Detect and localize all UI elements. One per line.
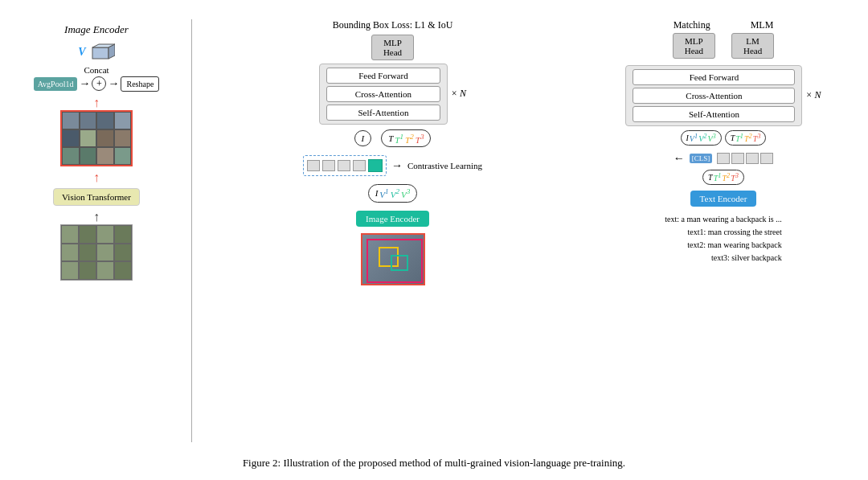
rv1-label: V1 — [690, 133, 698, 143]
image-cell2-3 — [96, 225, 114, 244]
text-info-line4: text3: silver backpack — [665, 252, 782, 265]
arrow-up-2: ↑ — [93, 209, 100, 224]
small-cube-4 — [353, 160, 366, 171]
v-concat-row: V — [78, 43, 114, 62]
mlp-head-box-right: MLP Head — [673, 33, 715, 59]
right-mlp-lm-row: MLP Head LM Head — [673, 33, 774, 62]
mlp-head-box-middle: MLP Head — [371, 35, 414, 60]
t1-sup: 1 — [399, 133, 403, 141]
i-label: I — [362, 133, 365, 143]
reshape-box: Reshape — [121, 76, 159, 92]
image-cell-11 — [96, 147, 114, 165]
v3-label: V3 — [401, 187, 410, 199]
image-cell-6 — [80, 129, 97, 147]
image-grid-top — [60, 110, 133, 166]
ri-label: I — [686, 133, 689, 142]
matching-label: Matching — [674, 19, 710, 31]
v-label: V — [78, 46, 85, 59]
arrow-down-1: ↑ — [93, 95, 100, 110]
rt1-label: T1 — [735, 133, 743, 143]
right-small-cube-3 — [746, 153, 759, 164]
contrastive-label: Contrastive Learning — [407, 161, 482, 170]
head-label: Head — [383, 47, 402, 57]
right-section: Matching MLM MLP Head LM Head Feed Forwa… — [587, 19, 860, 265]
image-cell2-11 — [96, 261, 114, 280]
bb-loss-label: Bounding Box Loss: L1 & IoU — [333, 19, 453, 31]
head-label-r: Head — [685, 46, 703, 55]
bbox-cyan — [391, 255, 408, 271]
t2-sup: 2 — [410, 133, 414, 141]
image-cell2-2 — [79, 225, 96, 244]
v-feat-box: I V1 V2 V3 — [368, 184, 418, 203]
text-feats-row: T T1 T2 T3 — [702, 170, 744, 185]
rt-label: T — [731, 133, 735, 142]
figure-caption: Figure 2: Illustration of the proposed m… — [8, 457, 860, 470]
rt3-label: T3 — [753, 133, 761, 143]
t-feats-box: T T1 T2 T3 — [381, 129, 431, 148]
mlp-label-r: MLP — [685, 36, 703, 46]
feed-forward-right: Feed Forward — [633, 69, 795, 85]
main-container: Image Encoder V Concat AvgPool1d → + → R… — [8, 11, 860, 470]
rtt2-label: T2 — [722, 172, 730, 183]
concat-label: Concat — [84, 65, 108, 75]
left-section: Image Encoder V Concat AvgPool1d → + → R… — [8, 19, 185, 281]
svg-rect-0 — [92, 47, 108, 59]
v1-label: V1 — [379, 187, 388, 199]
image-cell-3 — [96, 112, 114, 129]
rtt3-label: T3 — [731, 172, 739, 183]
self-attention-right: Self-Attention — [633, 106, 795, 122]
iv-label: I — [375, 188, 379, 198]
text-info-line1: text: a man wearing a backpack is ... — [665, 213, 782, 226]
rt2-label: T2 — [744, 133, 752, 143]
mlm-label: MLM — [751, 19, 774, 31]
v3-sup: 3 — [407, 187, 411, 195]
cross-attention-right: Cross-Attention — [633, 88, 795, 104]
image-cell2-4 — [114, 225, 132, 244]
encoder-row-right: Feed Forward Cross-Attention Self-Attent… — [625, 65, 821, 126]
x-n-middle: × N — [451, 88, 466, 100]
x-n-right: × N — [805, 89, 821, 101]
image-grid-bottom — [60, 224, 133, 281]
encoder-row-middle: Feed Forward Cross-Attention Self-Attent… — [319, 64, 466, 125]
image-cell2-5 — [61, 244, 79, 262]
contrastive-row: → Contrastive Learning — [303, 155, 482, 176]
t1-label: T1 — [395, 133, 403, 145]
image-cell2-6 — [79, 244, 96, 262]
image-cell-4 — [114, 112, 132, 129]
bottom-image — [361, 233, 425, 285]
t3-label: T3 — [416, 133, 424, 145]
head-label-lm: Head — [743, 46, 762, 55]
right-small-cube-2 — [731, 153, 744, 164]
image-cell2-7 — [96, 244, 114, 262]
arrow-up-1: ↑ — [93, 170, 100, 185]
text-encoder-box: Text Encoder — [690, 191, 757, 207]
rv3-label: V3 — [707, 133, 715, 143]
right-feat-box-t: T T1 T2 T3 — [725, 130, 767, 146]
right-top-labels: Matching MLM — [674, 19, 774, 31]
right-feat-box-v: I V1 V2 V3 — [681, 130, 722, 146]
text-info: text: a man wearing a backpack is ... te… — [665, 213, 782, 265]
middle-section: Bounding Box Loss: L1 & IoU MLP Head Fee… — [199, 19, 587, 285]
text-info-line3: text2: man wearing backpack — [665, 239, 782, 252]
cross-attention-middle: Cross-Attention — [326, 86, 440, 102]
lm-label: LM — [746, 36, 760, 46]
image-cell-5 — [62, 129, 80, 147]
cls-badge: [CLS] — [690, 154, 713, 163]
diagram-area: Image Encoder V Concat AvgPool1d → + → R… — [8, 11, 860, 450]
right-small-cube-4 — [760, 153, 773, 164]
arrow-right-1: → — [79, 77, 90, 90]
t-label: T — [388, 133, 393, 143]
image-encoder-box-middle: Image Encoder — [356, 211, 429, 227]
cubes-dashed-box — [303, 155, 387, 176]
rtt-label: T — [708, 173, 713, 182]
image-cell-2 — [80, 112, 97, 129]
vertical-divider — [191, 19, 192, 442]
image-cell-8 — [114, 129, 132, 147]
rv2-label: V2 — [698, 133, 706, 143]
i-feat-box: I — [354, 130, 372, 146]
image-cell-12 — [114, 147, 132, 165]
avgpool-reshape-row: AvgPool1d → + → Reshape — [34, 76, 160, 92]
arrow-left-cls: ← — [674, 152, 685, 165]
feed-forward-middle: Feed Forward — [326, 68, 440, 84]
text-feat-box: T T1 T2 T3 — [702, 170, 744, 185]
